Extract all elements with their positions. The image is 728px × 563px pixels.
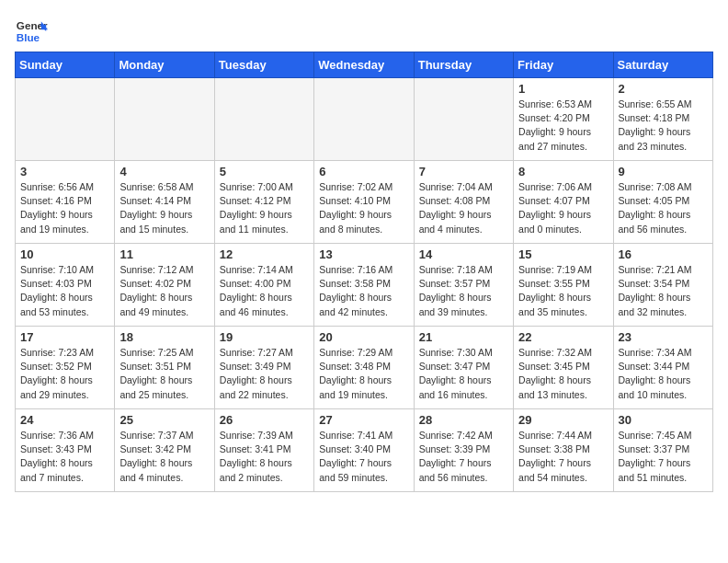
header-row: SundayMondayTuesdayWednesdayThursdayFrid… — [16, 52, 713, 78]
day-info: Sunrise: 6:55 AMSunset: 4:18 PMDaylight:… — [619, 98, 708, 154]
day-info: Sunrise: 7:45 AMSunset: 3:37 PMDaylight:… — [619, 429, 708, 485]
day-cell — [314, 78, 414, 161]
day-cell: 18Sunrise: 7:25 AMSunset: 3:51 PMDayligh… — [115, 327, 214, 409]
day-number: 5 — [220, 165, 309, 178]
day-info: Sunrise: 7:06 AMSunset: 4:07 PMDaylight:… — [518, 180, 608, 236]
day-number: 13 — [319, 247, 408, 261]
day-cell — [414, 78, 513, 161]
day-cell: 8Sunrise: 7:06 AMSunset: 4:07 PMDaylight… — [514, 161, 613, 244]
day-number: 22 — [518, 330, 608, 344]
day-cell: 2Sunrise: 6:55 AMSunset: 4:18 PMDaylight… — [613, 78, 712, 161]
col-header-sunday: Sunday — [16, 52, 115, 78]
day-cell: 24Sunrise: 7:36 AMSunset: 3:43 PMDayligh… — [16, 409, 115, 492]
calendar-table: SundayMondayTuesdayWednesdayThursdayFrid… — [15, 52, 713, 492]
col-header-wednesday: Wednesday — [314, 52, 414, 78]
day-cell — [16, 78, 115, 161]
day-number: 14 — [419, 247, 508, 261]
day-number: 9 — [619, 165, 708, 178]
day-number: 23 — [619, 330, 708, 344]
day-number: 6 — [319, 165, 408, 178]
day-info: Sunrise: 7:21 AMSunset: 3:54 PMDaylight:… — [619, 263, 708, 319]
day-cell: 19Sunrise: 7:27 AMSunset: 3:49 PMDayligh… — [214, 327, 313, 409]
day-info: Sunrise: 7:29 AMSunset: 3:48 PMDaylight:… — [319, 346, 408, 402]
week-row-1: 1Sunrise: 6:53 AMSunset: 4:20 PMDaylight… — [16, 78, 713, 161]
day-info: Sunrise: 7:18 AMSunset: 3:57 PMDaylight:… — [419, 263, 508, 319]
day-cell: 29Sunrise: 7:44 AMSunset: 3:38 PMDayligh… — [514, 409, 613, 492]
day-info: Sunrise: 7:16 AMSunset: 3:58 PMDaylight:… — [319, 263, 408, 319]
day-info: Sunrise: 6:58 AMSunset: 4:14 PMDaylight:… — [119, 180, 209, 236]
day-number: 17 — [20, 330, 109, 344]
day-info: Sunrise: 7:19 AMSunset: 3:55 PMDaylight:… — [518, 263, 608, 319]
day-cell: 14Sunrise: 7:18 AMSunset: 3:57 PMDayligh… — [414, 244, 513, 327]
col-header-tuesday: Tuesday — [214, 52, 313, 78]
day-number: 10 — [20, 247, 109, 261]
day-number: 16 — [619, 247, 708, 261]
day-number: 26 — [220, 413, 309, 427]
day-number: 25 — [119, 413, 209, 427]
day-cell: 5Sunrise: 7:00 AMSunset: 4:12 PMDaylight… — [214, 161, 313, 244]
day-number: 2 — [619, 82, 708, 96]
day-number: 21 — [419, 330, 508, 344]
day-number: 19 — [220, 330, 309, 344]
week-row-4: 17Sunrise: 7:23 AMSunset: 3:52 PMDayligh… — [16, 327, 713, 409]
day-cell: 3Sunrise: 6:56 AMSunset: 4:16 PMDaylight… — [16, 161, 115, 244]
day-cell — [214, 78, 313, 161]
week-row-2: 3Sunrise: 6:56 AMSunset: 4:16 PMDaylight… — [16, 161, 713, 244]
day-cell: 6Sunrise: 7:02 AMSunset: 4:10 PMDaylight… — [314, 161, 414, 244]
day-number: 27 — [319, 413, 408, 427]
day-cell: 20Sunrise: 7:29 AMSunset: 3:48 PMDayligh… — [314, 327, 414, 409]
day-info: Sunrise: 6:53 AMSunset: 4:20 PMDaylight:… — [518, 98, 608, 154]
day-cell: 17Sunrise: 7:23 AMSunset: 3:52 PMDayligh… — [16, 327, 115, 409]
day-cell: 16Sunrise: 7:21 AMSunset: 3:54 PMDayligh… — [613, 244, 712, 327]
day-cell: 23Sunrise: 7:34 AMSunset: 3:44 PMDayligh… — [613, 327, 712, 409]
day-cell — [115, 78, 214, 161]
col-header-monday: Monday — [115, 52, 214, 78]
logo-icon: General Blue — [15, 15, 48, 48]
day-number: 15 — [518, 247, 608, 261]
day-info: Sunrise: 7:27 AMSunset: 3:49 PMDaylight:… — [220, 346, 309, 402]
day-info: Sunrise: 7:37 AMSunset: 3:42 PMDaylight:… — [119, 429, 209, 485]
day-cell: 13Sunrise: 7:16 AMSunset: 3:58 PMDayligh… — [314, 244, 414, 327]
svg-text:Blue: Blue — [17, 31, 40, 43]
day-number: 20 — [319, 330, 408, 344]
week-row-3: 10Sunrise: 7:10 AMSunset: 4:03 PMDayligh… — [16, 244, 713, 327]
day-number: 29 — [518, 413, 608, 427]
day-number: 1 — [518, 82, 608, 96]
day-info: Sunrise: 7:00 AMSunset: 4:12 PMDaylight:… — [220, 180, 309, 236]
day-cell: 4Sunrise: 6:58 AMSunset: 4:14 PMDaylight… — [115, 161, 214, 244]
day-cell: 27Sunrise: 7:41 AMSunset: 3:40 PMDayligh… — [314, 409, 414, 492]
day-info: Sunrise: 7:30 AMSunset: 3:47 PMDaylight:… — [419, 346, 508, 402]
day-info: Sunrise: 7:25 AMSunset: 3:51 PMDaylight:… — [119, 346, 209, 402]
day-info: Sunrise: 7:32 AMSunset: 3:45 PMDaylight:… — [518, 346, 608, 402]
day-cell: 1Sunrise: 6:53 AMSunset: 4:20 PMDaylight… — [514, 78, 613, 161]
day-info: Sunrise: 7:12 AMSunset: 4:02 PMDaylight:… — [119, 263, 209, 319]
day-info: Sunrise: 7:41 AMSunset: 3:40 PMDaylight:… — [319, 429, 408, 485]
day-cell: 10Sunrise: 7:10 AMSunset: 4:03 PMDayligh… — [16, 244, 115, 327]
day-info: Sunrise: 7:08 AMSunset: 4:05 PMDaylight:… — [619, 180, 708, 236]
day-info: Sunrise: 7:04 AMSunset: 4:08 PMDaylight:… — [419, 180, 508, 236]
day-cell: 9Sunrise: 7:08 AMSunset: 4:05 PMDaylight… — [613, 161, 712, 244]
day-info: Sunrise: 7:36 AMSunset: 3:43 PMDaylight:… — [20, 429, 109, 485]
col-header-saturday: Saturday — [613, 52, 712, 78]
day-number: 30 — [619, 413, 708, 427]
day-cell: 22Sunrise: 7:32 AMSunset: 3:45 PMDayligh… — [514, 327, 613, 409]
day-number: 8 — [518, 165, 608, 178]
day-number: 24 — [20, 413, 109, 427]
col-header-thursday: Thursday — [414, 52, 513, 78]
day-cell: 28Sunrise: 7:42 AMSunset: 3:39 PMDayligh… — [414, 409, 513, 492]
day-info: Sunrise: 7:42 AMSunset: 3:39 PMDaylight:… — [419, 429, 508, 485]
day-info: Sunrise: 7:02 AMSunset: 4:10 PMDaylight:… — [319, 180, 408, 236]
day-number: 4 — [119, 165, 209, 178]
day-number: 3 — [20, 165, 109, 178]
header: General Blue — [15, 15, 713, 48]
day-info: Sunrise: 7:10 AMSunset: 4:03 PMDaylight:… — [20, 263, 109, 319]
day-info: Sunrise: 7:23 AMSunset: 3:52 PMDaylight:… — [20, 346, 109, 402]
day-info: Sunrise: 7:34 AMSunset: 3:44 PMDaylight:… — [619, 346, 708, 402]
col-header-friday: Friday — [514, 52, 613, 78]
logo: General Blue — [15, 15, 48, 48]
day-cell: 11Sunrise: 7:12 AMSunset: 4:02 PMDayligh… — [115, 244, 214, 327]
day-cell: 25Sunrise: 7:37 AMSunset: 3:42 PMDayligh… — [115, 409, 214, 492]
day-info: Sunrise: 6:56 AMSunset: 4:16 PMDaylight:… — [20, 180, 109, 236]
day-number: 18 — [119, 330, 209, 344]
day-info: Sunrise: 7:39 AMSunset: 3:41 PMDaylight:… — [220, 429, 309, 485]
